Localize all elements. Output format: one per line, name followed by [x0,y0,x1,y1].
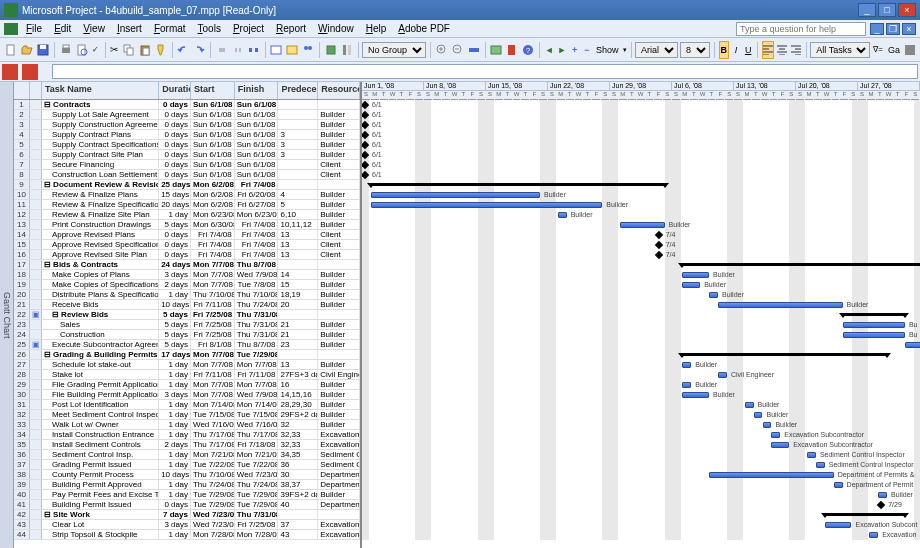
menu-adobepdf[interactable]: Adobe PDF [392,21,456,36]
copy-picture-button[interactable] [489,41,503,59]
table-row[interactable]: 20Distribute Plans & Specifications1 day… [14,290,360,300]
gantt-row[interactable] [362,160,920,170]
col-indicators[interactable] [30,82,42,99]
zoom-in-button[interactable] [435,41,449,59]
gantt-task-bar[interactable] [682,362,691,368]
gantt-task-bar[interactable] [682,272,709,278]
table-row[interactable]: 18Make Copies of Plans3 daysMon 7/7/08We… [14,270,360,280]
gantt-task-bar[interactable] [709,472,834,478]
gantt-task-bar[interactable] [371,192,540,198]
table-row[interactable]: 40Pay Permit Fees and Excise Taxes1 dayT… [14,490,360,500]
gantt-task-bar[interactable] [718,302,843,308]
table-row[interactable]: 28Stake lot1 dayFri 7/11/08Fri 7/11/0827… [14,370,360,380]
table-row[interactable]: 36Sediment Control Insp.1 dayMon 7/21/08… [14,450,360,460]
gantt-task-bar[interactable] [620,222,665,228]
menu-window[interactable]: Window [312,21,360,36]
gantt-row[interactable] [362,130,920,140]
print-button[interactable] [59,41,73,59]
gantt-summary-bar[interactable] [682,263,920,266]
gantt-task-bar[interactable] [843,322,905,328]
gantt-row[interactable] [362,490,920,500]
gantt-task-bar[interactable] [878,492,887,498]
insert-column-button[interactable] [340,41,354,59]
gantt-row[interactable] [362,210,920,220]
gantt-task-bar[interactable] [682,282,700,288]
gantt-task-bar[interactable] [754,412,763,418]
font-select[interactable]: Arial [635,42,678,58]
table-row[interactable]: 11Review & Finalize Specifications20 day… [14,200,360,210]
timeline-week[interactable]: Jun 8, '08 [424,82,486,90]
gantt-task-bar[interactable] [558,212,567,218]
table-row[interactable]: 44Strip Topsoil & Stockpile1 dayMon 7/28… [14,530,360,540]
col-finish[interactable]: Finish [235,82,279,99]
gantt-body[interactable]: 6/16/16/16/16/16/16/16/1BuilderBuilderBu… [362,100,920,540]
table-row[interactable]: 29File Grading Permit Application1 dayMo… [14,380,360,390]
autofilter-button[interactable]: ∇= [872,41,884,59]
gantt-row[interactable] [362,320,920,330]
gantt-task-bar[interactable] [869,532,878,538]
col-rownum[interactable] [14,82,30,99]
menu-report[interactable]: Report [270,21,312,36]
gantt-task-bar[interactable] [371,202,602,208]
timeline-week[interactable]: Jul 27, '08 [858,82,920,90]
gantt-row[interactable] [362,470,920,480]
indent-button[interactable]: ► [557,41,568,59]
menu-project[interactable]: Project [227,21,270,36]
split-task-button[interactable] [247,41,261,59]
gantt-task-bar[interactable] [771,432,780,438]
table-row[interactable]: 10Review & Finalize Plans15 daysMon 6/2/… [14,190,360,200]
pdf-email-button[interactable] [22,64,38,80]
col-resources[interactable]: Resource Names [318,82,360,99]
gantt-row[interactable] [362,110,920,120]
gantt-row[interactable] [362,420,920,430]
table-row[interactable]: 6Supply Contract Site Plan0 daysSun 6/1/… [14,150,360,160]
copy-button[interactable] [122,41,136,59]
table-row[interactable]: 42⊟ Site Work7 daysWed 7/23/08Thu 7/31/0… [14,510,360,520]
doc-minimize-button[interactable]: _ [870,23,884,35]
gantt-row[interactable] [362,370,920,380]
table-row[interactable]: 25▣Execute Subcontractor Agreements5 day… [14,340,360,350]
group-by-select[interactable]: No Group [362,42,426,58]
table-row[interactable]: 23Sales5 daysFri 7/25/08Thu 7/31/0821Bui… [14,320,360,330]
gantt-task-bar[interactable] [825,522,852,528]
doc-restore-button[interactable]: ❐ [886,23,900,35]
gantt-summary-bar[interactable] [825,513,905,516]
redo-button[interactable] [192,41,206,59]
task-info-button[interactable] [269,41,283,59]
timeline-week[interactable]: Jun 29, '08 [610,82,672,90]
gantt-task-bar[interactable] [905,342,920,348]
gantt-row[interactable] [362,410,920,420]
table-row[interactable]: 15Approve Revised Specifications0 daysFr… [14,240,360,250]
table-row[interactable]: 21Receive Bids10 daysFri 7/11/08Thu 7/24… [14,300,360,310]
table-row[interactable]: 38County Permit Process10 daysThu 7/10/0… [14,470,360,480]
format-painter-button[interactable] [154,41,168,59]
table-row[interactable]: 34Install Construction Entrance1 dayThu … [14,430,360,440]
timeline-week[interactable]: Jun 15, '08 [486,82,548,90]
font-size-select[interactable]: 8 [680,42,710,58]
gantt-task-bar[interactable] [763,422,772,428]
table-row[interactable]: 33Walk Lot w/ Owner1 dayWed 7/16/08Wed 7… [14,420,360,430]
table-row[interactable]: 24Construction5 daysFri 7/25/08Thu 7/31/… [14,330,360,340]
outdent-button[interactable]: ◄ [544,41,555,59]
gantt-task-bar[interactable] [682,382,691,388]
table-row[interactable]: 12Review & Finalize Site Plan1 dayMon 6/… [14,210,360,220]
new-button[interactable] [4,41,18,59]
gantt-summary-bar[interactable] [682,353,887,356]
gantt-row[interactable] [362,330,920,340]
gantt-task-bar[interactable] [834,482,843,488]
menu-help[interactable]: Help [360,21,393,36]
zoom-out-button[interactable] [451,41,465,59]
table-body[interactable]: 1⊟ Contracts0 daysSun 6/1/08Sun 6/1/082S… [14,100,360,540]
maximize-button[interactable]: □ [878,3,896,17]
gantt-row[interactable] [362,250,920,260]
table-row[interactable]: 1⊟ Contracts0 daysSun 6/1/08Sun 6/1/08 [14,100,360,110]
gantt-row[interactable] [362,380,920,390]
close-button[interactable]: × [898,3,916,17]
gantt-row[interactable] [362,340,920,350]
gantt-row[interactable] [362,280,920,290]
gantt-task-bar[interactable] [745,402,754,408]
align-center-button[interactable] [776,41,788,59]
timeline-week[interactable]: Jul 13, '08 [734,82,796,90]
gantt-row[interactable] [362,500,920,510]
bold-button[interactable]: B [719,41,729,59]
